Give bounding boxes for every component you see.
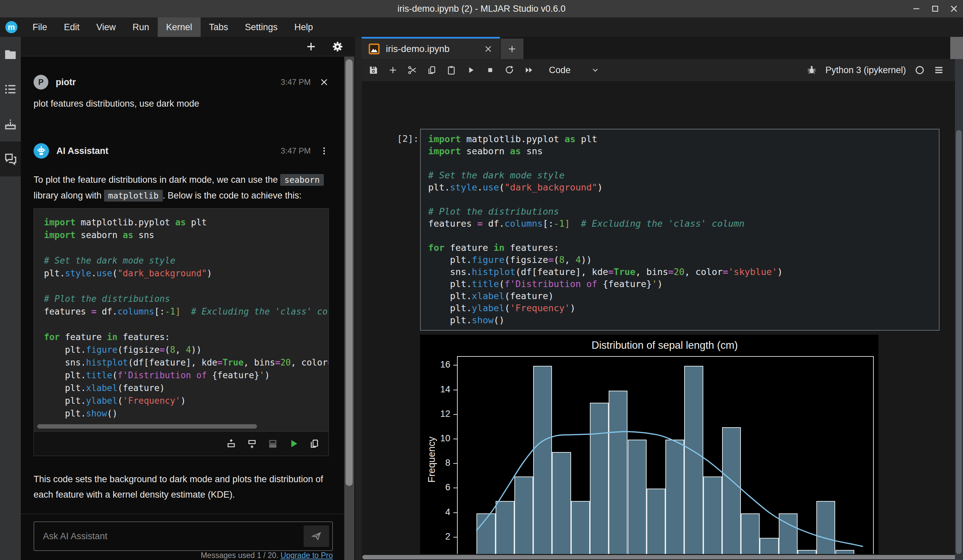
code-line: import seaborn as sns <box>44 229 329 241</box>
code-line: # Set the dark mode style <box>428 169 939 181</box>
chat-icon <box>3 152 18 166</box>
y-tick-label: 2 <box>430 531 450 542</box>
send-icon <box>311 531 322 542</box>
insert-cell-button[interactable] <box>383 59 403 81</box>
notebook-panel: iris-demo.ipynb <box>362 37 963 560</box>
code-line: plt.title(f'Distribution of {feature}') <box>44 369 329 382</box>
chat-scrollbar[interactable] <box>344 57 354 560</box>
code-line: plt.show() <box>428 314 939 326</box>
new-chat-button[interactable] <box>305 41 317 52</box>
ask-ai-input-box[interactable] <box>34 521 333 551</box>
code-line: for feature in features: <box>428 242 939 254</box>
run-code-button[interactable] <box>288 438 299 449</box>
menu-item-help[interactable]: Help <box>286 18 321 37</box>
notebook-toolbar: Code Python 3 (ipykernel) <box>362 59 963 81</box>
cut-cell-button[interactable] <box>403 59 422 81</box>
sidebar-item-chat[interactable] <box>0 141 21 176</box>
kernel-status-icon[interactable] <box>915 65 925 75</box>
y-tick-mark <box>453 537 457 537</box>
code-line: plt.style.use("dark_background") <box>428 181 939 194</box>
y-tick-mark <box>453 414 457 415</box>
menu-item-edit[interactable]: Edit <box>56 18 88 37</box>
user-message-header: P piotr 3:47 PM <box>34 75 329 89</box>
y-tick-label: 6 <box>430 482 450 493</box>
sidebar-item-files[interactable] <box>0 37 21 72</box>
ask-ai-input[interactable] <box>34 531 304 542</box>
notebook-menu-icon[interactable] <box>934 65 944 76</box>
restart-kernel-button[interactable] <box>500 59 519 81</box>
upgrade-to-pro-link[interactable]: Upgrade to Pro <box>280 551 333 560</box>
menu-item-kernel[interactable]: Kernel <box>158 18 201 37</box>
chat-code-block: import matplotlib.pyplot as pltimport se… <box>34 208 329 456</box>
notebook-vertical-scrollbar[interactable] <box>955 59 963 560</box>
chart-plot-area <box>457 356 874 554</box>
chat-code-content[interactable]: import matplotlib.pyplot as pltimport se… <box>34 209 329 422</box>
hscrollbar-thumb[interactable] <box>362 555 961 559</box>
menu-item-tabs[interactable]: Tabs <box>201 18 237 37</box>
debug-bug-icon[interactable] <box>807 65 817 75</box>
cell-type-dropdown[interactable]: Code <box>549 65 600 76</box>
copy-code-button[interactable] <box>309 438 320 449</box>
code-line: import matplotlib.pyplot as plt <box>44 216 329 229</box>
stop-kernel-button[interactable] <box>480 59 500 81</box>
insert-cell-below-button[interactable] <box>246 438 257 449</box>
menu-item-view[interactable]: View <box>88 18 124 37</box>
close-tab-icon[interactable] <box>484 45 493 53</box>
y-tick-mark <box>453 487 457 488</box>
y-tick-label: 12 <box>430 409 450 419</box>
code-line: plt.ylabel('Frequency') <box>428 302 939 314</box>
code-actions-bar <box>34 431 329 456</box>
vscrollbar-thumb[interactable] <box>956 130 961 554</box>
panel-divider[interactable] <box>355 37 362 560</box>
chat-settings-gear-icon[interactable] <box>332 40 344 53</box>
messages-used-text: Messages used 1 / 20. <box>201 551 278 560</box>
notebook-horizontal-scrollbar[interactable] <box>362 554 963 560</box>
chat-scrollbar-thumb[interactable] <box>345 59 353 486</box>
paste-cell-button[interactable] <box>442 59 461 81</box>
cell-type-value: Code <box>549 65 571 76</box>
close-icon <box>949 4 959 13</box>
cell-code-content[interactable]: import matplotlib.pyplot as pltimport se… <box>421 129 939 326</box>
save-notebook-button[interactable] <box>364 59 383 81</box>
code-line: import matplotlib.pyplot as plt <box>428 133 939 145</box>
copy-cell-button[interactable] <box>422 59 442 81</box>
mljar-logo-icon: m <box>5 21 18 33</box>
insert-cell-above-button[interactable] <box>226 438 237 449</box>
code-line <box>428 230 939 242</box>
kernel-name[interactable]: Python 3 (ipykernel) <box>825 65 906 76</box>
code-line: plt.title(f'Distribution of {feature}') <box>428 278 939 290</box>
menu-bar: m FileEditViewRunKernelTabsSettingsHelp <box>0 18 963 37</box>
ai-name: AI Assistant <box>57 146 109 156</box>
copy-icon <box>427 65 437 75</box>
sidebar-item-sessions[interactable] <box>0 72 21 107</box>
tab-iris-demo[interactable]: iris-demo.ipynb <box>362 37 500 59</box>
code-cell[interactable]: import matplotlib.pyplot as pltimport se… <box>420 129 940 331</box>
code-line: # Plot the distributions <box>428 206 939 218</box>
maximize-button[interactable] <box>930 4 940 14</box>
message-menu-dots-icon[interactable] <box>319 146 329 155</box>
user-message-text: plot features distributions, use dark mo… <box>34 96 329 111</box>
list-icon <box>3 82 18 96</box>
replace-cell-button[interactable] <box>268 438 278 449</box>
ai-message-header: AI Assistant 3:47 PM <box>34 143 329 159</box>
code-line <box>44 318 329 331</box>
scissors-icon <box>407 65 417 75</box>
menu-item-settings[interactable]: Settings <box>237 18 286 37</box>
close-window-button[interactable] <box>949 4 959 14</box>
folder-icon <box>3 47 18 62</box>
code-line: sns.histplot(df[feature], kde=True, bins… <box>44 356 329 369</box>
menu-item-file[interactable]: File <box>24 18 56 37</box>
menu-item-run[interactable]: Run <box>124 18 158 37</box>
code-horizontal-scrollbar[interactable] <box>37 423 326 430</box>
sidebar-item-recipes[interactable] <box>0 107 21 141</box>
minimize-button[interactable] <box>911 4 921 14</box>
window-title: iris-demo.ipynb (2) - MLJAR Studio v0.6.… <box>0 0 963 18</box>
window-titlebar[interactable]: iris-demo.ipynb (2) - MLJAR Studio v0.6.… <box>0 0 963 18</box>
run-all-cells-button[interactable] <box>519 59 539 81</box>
new-tab-button[interactable] <box>501 39 524 59</box>
ai-intro-text: To plot the feature distributions in dar… <box>34 175 280 185</box>
send-message-button[interactable] <box>304 526 329 547</box>
run-cell-button[interactable] <box>461 59 480 81</box>
y-tick-mark <box>453 390 457 390</box>
delete-message-icon[interactable] <box>319 78 329 87</box>
